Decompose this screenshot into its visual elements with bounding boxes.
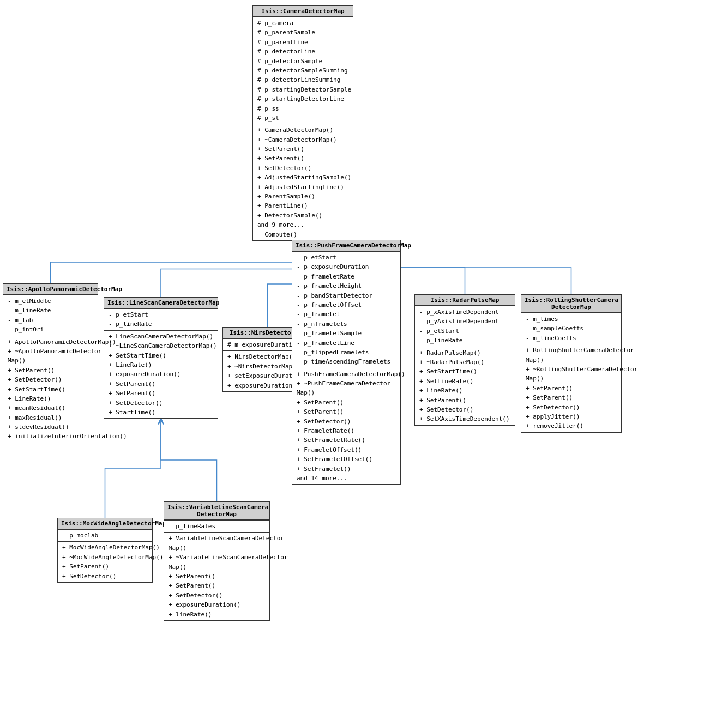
uml-line: - m_lab [5, 316, 95, 325]
uml-line: # p_parentLine [255, 38, 351, 47]
uml-line: - p_etStart [106, 310, 215, 319]
uml-line: + SetParent() [106, 379, 215, 389]
uml-line: - p_nframelets [294, 319, 398, 329]
uml-line: + SetFramelet() [294, 464, 398, 474]
uml-line: - p_etStart [294, 253, 398, 262]
uml-box-LineScanCameraDetectorMap: Isis::LineScanCameraDetectorMap- p_etSta… [104, 297, 218, 419]
uml-line: - m_lineRate [5, 306, 95, 315]
uml-box-RadarPulseMap: Isis::RadarPulseMap- p_xAxisTimeDependen… [414, 294, 515, 426]
uml-line: + SetParent() [524, 393, 619, 402]
uml-line: + initializeInteriorOrientation() [5, 432, 95, 441]
uml-line: + SetDetector() [166, 591, 267, 600]
uml-line: - p_etStart [417, 326, 513, 336]
uml-section-ApolloPanoramicDetectorMap-1: + ApolloPanoramicDetectorMap()+ ~ApolloP… [3, 336, 98, 443]
uml-title-RadarPulseMap: Isis::RadarPulseMap [415, 295, 515, 306]
uml-line: + SetParent() [166, 572, 267, 581]
uml-line: + meanResidual() [5, 403, 95, 413]
uml-title-RollingShutterCameraDetectorMap: Isis::RollingShutterCameraDetectorMap [521, 295, 621, 313]
uml-line: - p_flippedFramelets [294, 348, 398, 357]
uml-line: - p_frameletRate [294, 272, 398, 281]
uml-line: - p_lineRate [417, 336, 513, 345]
uml-line: + AdjustedStartingLine() [255, 183, 351, 192]
uml-line: + SetParent() [255, 144, 351, 154]
uml-box-RollingShutterCameraDetectorMap: Isis::RollingShutterCameraDetectorMap- m… [521, 294, 622, 433]
uml-line: + StartTime() [106, 408, 215, 417]
uml-section-VariableLineScanCameraDetectorMap-1: + VariableLineScanCameraDetector Map()+ … [164, 532, 269, 620]
uml-line: + SetStartTime() [417, 367, 513, 376]
uml-section-VariableLineScanCameraDetectorMap-0: - p_lineRates [164, 520, 269, 532]
uml-line: - p_frameletSample [294, 329, 398, 338]
uml-line: + SetFrameletOffset() [294, 455, 398, 464]
uml-line: # p_startingDetectorLine [255, 94, 351, 104]
uml-line: Map() [524, 374, 619, 383]
uml-line: + AdjustedStartingSample() [255, 173, 351, 182]
uml-line: # p_detectorLine [255, 47, 351, 56]
uml-line: + VariableLineScanCameraDetector [166, 534, 267, 543]
uml-line: + ~ApolloPanoramicDetector [5, 347, 95, 356]
uml-line: + SetDetector() [524, 403, 619, 412]
uml-section-MocWideAngleDetectorMap-0: - p_moclab [58, 529, 152, 541]
uml-line: + ParentSample() [255, 192, 351, 201]
uml-line: - p_exposureDuration [294, 262, 398, 271]
uml-line: + SetParent() [106, 389, 215, 398]
uml-box-VariableLineScanCameraDetectorMap: Isis::VariableLineScanCameraDetectorMap-… [164, 501, 270, 621]
uml-line: # p_detectorSample [255, 57, 351, 66]
uml-line: Map() [166, 543, 267, 553]
uml-line: + SetStartTime() [106, 351, 215, 360]
uml-title-PushFrameCameraDetectorMap: Isis::PushFrameCameraDetectorMap [292, 240, 400, 251]
uml-line: - m_lineCoeffs [524, 334, 619, 343]
uml-box-ApolloPanoramicDetectorMap: Isis::ApolloPanoramicDetectorMap- m_etMi… [3, 283, 98, 443]
uml-line: + lineRate() [166, 610, 267, 619]
uml-line: + PushFrameCameraDetectorMap() [294, 370, 398, 379]
uml-line: # p_detectorSampleSumming [255, 66, 351, 75]
uml-section-ApolloPanoramicDetectorMap-0: - m_etMiddle- m_lineRate- m_lab- p_intOr… [3, 295, 98, 336]
uml-line: + SetDetector() [294, 417, 398, 426]
uml-line: - p_framelet [294, 310, 398, 319]
uml-line: + ~RadarPulseMap() [417, 358, 513, 367]
uml-line: + CameraDetectorMap() [255, 125, 351, 135]
uml-line: + maxResidual() [5, 413, 95, 422]
uml-line: + exposureDuration() [106, 370, 215, 379]
uml-section-LineScanCameraDetectorMap-0: - p_etStart- p_lineRate [104, 308, 218, 330]
uml-section-LineScanCameraDetectorMap-1: + LineScanCameraDetectorMap()+ ~LineScan… [104, 330, 218, 419]
uml-title-MocWideAngleDetectorMap: Isis::MocWideAngleDetectorMap [58, 518, 152, 529]
uml-line: - p_timeAscendingFramelets [294, 357, 398, 366]
uml-line: + SetParent() [255, 154, 351, 163]
uml-line: # p_sl [255, 113, 351, 123]
uml-title-ApolloPanoramicDetectorMap: Isis::ApolloPanoramicDetectorMap [3, 284, 98, 295]
uml-line: # p_parentSample [255, 28, 351, 37]
uml-line: + removeJitter() [524, 421, 619, 431]
uml-line: + ~PushFrameCameraDetector [294, 379, 398, 388]
uml-line: + FrameletOffset() [294, 445, 398, 455]
uml-line: and 9 more... [255, 220, 351, 229]
uml-line: - Compute() [255, 230, 351, 239]
uml-line: + ~RollingShutterCameraDetector [524, 365, 619, 374]
uml-line: + LineScanCameraDetectorMap() [106, 332, 215, 341]
uml-line: - m_sampleCoeffs [524, 324, 619, 333]
uml-line: - p_intOri [5, 325, 95, 334]
uml-line: + ~MocWideAngleDetectorMap() [60, 553, 150, 562]
uml-line: + LineRate() [5, 394, 95, 403]
uml-line: + SetParent() [294, 398, 398, 407]
uml-section-CameraDetectorMap-1: + CameraDetectorMap()+ ~CameraDetectorMa… [253, 124, 353, 240]
uml-section-MocWideAngleDetectorMap-1: + MocWideAngleDetectorMap()+ ~MocWideAng… [58, 541, 152, 582]
uml-box-CameraDetectorMap: Isis::CameraDetectorMap# p_camera# p_par… [252, 5, 353, 241]
uml-line: Map() [5, 356, 95, 365]
uml-line: Map() [166, 562, 267, 572]
uml-line: + SetFrameletRate() [294, 435, 398, 445]
uml-line: - p_bandStartDetector [294, 291, 398, 300]
uml-line: + SetDetector() [5, 375, 95, 384]
uml-line: + SetParent() [166, 581, 267, 590]
uml-line: + SetXAxisTimeDependent() [417, 414, 513, 423]
uml-line: + LineRate() [106, 360, 215, 370]
uml-line: + ~CameraDetectorMap() [255, 135, 351, 144]
uml-section-CameraDetectorMap-0: # p_camera# p_parentSample# p_parentLine… [253, 17, 353, 124]
uml-line: + MocWideAngleDetectorMap() [60, 543, 150, 552]
uml-line: + SetDetector() [417, 405, 513, 414]
uml-line: - p_frameletHeight [294, 281, 398, 291]
uml-line: - p_xAxisTimeDependent [417, 307, 513, 317]
uml-line: + exposureDuration() [166, 600, 267, 609]
uml-line: + SetParent() [60, 562, 150, 571]
uml-line: + RadarPulseMap() [417, 348, 513, 358]
uml-section-RollingShutterCameraDetectorMap-0: - m_times- m_sampleCoeffs- m_lineCoeffs [521, 313, 621, 344]
